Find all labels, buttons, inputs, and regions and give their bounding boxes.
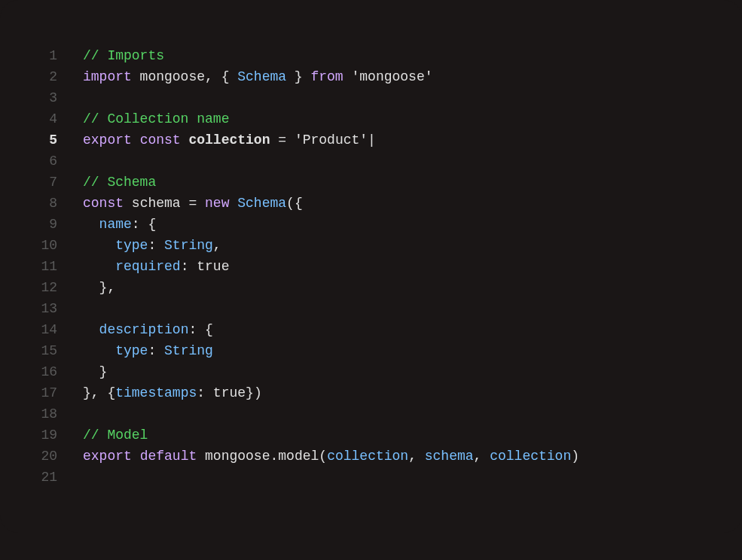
code-token: = [181,196,205,211]
code-token [132,449,140,464]
line-number: 17 [0,382,83,403]
line-number: 14 [0,319,83,340]
code-token [124,196,132,211]
code-content[interactable]: type: String [83,340,704,361]
code-token: // Imports [83,48,164,63]
code-token: collection [188,132,270,148]
code-line[interactable]: 21 [0,467,704,488]
code-token: const [83,196,124,211]
code-line[interactable]: 4// Collection name [0,108,704,129]
code-token: // Model [83,428,148,443]
code-line[interactable]: 15 type: String [0,340,704,361]
code-token: }, { [83,385,115,400]
code-token [181,132,189,148]
code-token: export [83,449,132,464]
code-token: export [83,132,132,148]
code-token: mongoose [132,69,205,84]
code-editor[interactable]: 1// Imports2import mongoose, { Schema } … [0,0,742,533]
code-token: }, [83,280,115,295]
code-token: collection [490,449,571,464]
code-content[interactable]: description: { [83,319,704,340]
code-line[interactable]: 11 required: true [0,256,704,277]
code-token: = [270,132,294,148]
line-number: 13 [0,298,83,319]
code-content[interactable]: required: true [83,256,704,277]
code-content[interactable]: }, [83,277,704,298]
code-token [229,196,237,211]
code-content[interactable]: export const collection = 'Product'| [83,129,704,151]
code-content[interactable]: // Model [83,425,704,446]
code-token [83,322,99,337]
code-line[interactable]: 6 [0,151,704,172]
code-line[interactable]: 5export const collection = 'Product'| [0,129,704,151]
code-token: : [148,343,164,358]
code-token: model [278,449,319,464]
code-token: mongoose [205,449,270,464]
line-number: 19 [0,425,83,446]
code-content[interactable]: // Collection name [83,108,704,129]
code-line[interactable]: 10 type: String, [0,235,704,256]
line-number: 1 [0,45,83,66]
code-token: : [197,385,213,400]
code-content[interactable]: // Schema [83,172,704,193]
code-content[interactable]: const schema = new Schema({ [83,193,704,214]
code-token: | [368,132,376,148]
code-content[interactable]: }, {timestamps: true}) [83,382,704,403]
code-token: import [83,69,132,84]
code-content[interactable]: } [83,361,704,382]
code-token: : [148,238,164,253]
line-number: 21 [0,467,83,488]
code-token: , [474,449,490,464]
line-number: 12 [0,277,83,298]
line-number: 18 [0,403,83,425]
code-line[interactable]: 9 name: { [0,214,704,235]
code-line[interactable]: 20export default mongoose.model(collecti… [0,446,704,467]
code-line[interactable]: 19// Model [0,425,704,446]
code-token: 'Product' [295,132,368,148]
code-token [197,449,205,464]
code-content[interactable]: export default mongoose.model(collection… [83,446,704,467]
code-content[interactable]: // Imports [83,45,704,66]
code-token: // Collection name [83,111,229,126]
code-token: String [164,343,213,358]
code-content[interactable]: type: String, [83,235,704,256]
code-token: } [83,364,107,379]
line-number: 2 [0,66,83,87]
code-token [344,69,352,84]
code-token: } [286,69,310,84]
code-token: : { [188,322,212,337]
line-number: 15 [0,340,83,361]
line-number: 20 [0,446,83,467]
code-token: description [99,322,189,337]
line-number: 4 [0,108,83,129]
code-content[interactable]: import mongoose, { Schema } from 'mongoo… [83,66,704,87]
code-line[interactable]: 8const schema = new Schema({ [0,193,704,214]
code-token [83,217,99,232]
code-line[interactable]: 14 description: { [0,319,704,340]
code-line[interactable]: 13 [0,298,704,319]
code-token [132,132,140,148]
code-token: name [99,217,132,232]
code-token: : { [132,217,156,232]
line-number: 16 [0,361,83,382]
code-token: ({ [286,196,303,211]
code-content[interactable]: name: { [83,214,704,235]
code-line[interactable]: 1// Imports [0,45,704,66]
code-token: ) [571,449,579,464]
code-line[interactable]: 16 } [0,361,704,382]
code-line[interactable]: 17}, {timestamps: true}) [0,382,704,403]
code-token: from [310,69,343,84]
code-line[interactable]: 7// Schema [0,172,704,193]
line-number: 7 [0,172,83,193]
code-token [83,259,115,274]
code-token: 'mongoose' [352,69,433,84]
code-line[interactable]: 3 [0,87,704,108]
code-line[interactable]: 18 [0,403,704,425]
code-token: . [270,449,278,464]
code-line[interactable]: 12 }, [0,277,704,298]
code-token: : [181,259,197,274]
line-number: 10 [0,235,83,256]
code-token: // Schema [83,175,156,190]
line-number: 6 [0,151,83,172]
code-line[interactable]: 2import mongoose, { Schema } from 'mongo… [0,66,704,87]
